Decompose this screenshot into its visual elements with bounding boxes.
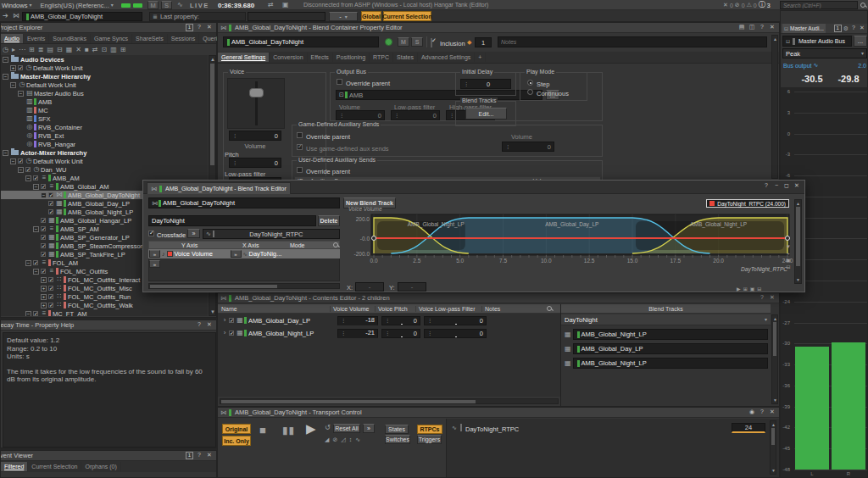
edit-blend-tracks-button[interactable]: Edit...	[465, 108, 507, 119]
graph-bottom-icons[interactable]: ▶ ⊞ ▣ ⊟	[737, 286, 761, 292]
include-checkbox[interactable]	[48, 303, 53, 308]
zoom-out-icon[interactable]: ⊟	[757, 286, 761, 292]
contents-hscrollbar[interactable]	[220, 398, 559, 404]
collapse-icon[interactable]: −	[3, 74, 8, 80]
explorer-toolbar-icon[interactable]: ▥	[110, 47, 117, 53]
help-icon[interactable]: ?	[762, 182, 771, 190]
column-voice-volume[interactable]: Voice Volume	[330, 306, 375, 312]
pause-button[interactable]: ▮▮	[282, 427, 295, 434]
tree-item[interactable]: ◎RVB_Hangar	[1, 140, 208, 148]
reset-all-button[interactable]: Reset All	[333, 424, 360, 433]
explorer-toolbar-icon[interactable]: ⊞	[29, 47, 35, 53]
inclusion-checkbox[interactable]	[431, 38, 432, 47]
x-axis-value[interactable]: DayToNig...	[249, 250, 282, 258]
tree-item[interactable]: −◷Default Work Unit	[1, 81, 208, 89]
delete-track-button[interactable]: Delete	[318, 215, 340, 226]
tab-positioning[interactable]: Positioning	[333, 53, 370, 62]
tab-sessions[interactable]: Sessions	[168, 34, 199, 43]
collapse-icon[interactable]: −	[18, 167, 24, 173]
property-editor-scrollbar[interactable]: ▲	[771, 35, 778, 179]
tab-switches[interactable]: Switches	[385, 435, 410, 444]
play-mode-step-radio[interactable]	[527, 80, 533, 86]
tab-states[interactable]: States	[385, 425, 409, 434]
transport-titlebar[interactable]: ⋈ AMB_Global_DayToNight - Transport Cont…	[218, 408, 779, 418]
include-checkbox[interactable]	[48, 209, 53, 214]
include-checkbox[interactable]	[25, 167, 31, 172]
follow-arrow-icon[interactable]: ➔	[3, 13, 8, 19]
blend-graph[interactable]: DayToNight_RTPC (24.000) AMB_Global_Nigh…	[343, 196, 796, 284]
tab--[interactable]: +	[475, 53, 486, 62]
include-checkbox[interactable]	[48, 294, 53, 299]
column-name[interactable]: Name	[221, 306, 330, 312]
voice-pitch-field[interactable]: ⋮0	[381, 329, 420, 338]
collapse-icon[interactable]: −	[25, 311, 31, 317]
include-checkbox[interactable]	[41, 269, 46, 274]
blend-track-empty-row[interactable]: »	[148, 259, 340, 269]
collapse-icon[interactable]: −	[10, 158, 16, 164]
platform-selector[interactable]: Windows	[2, 2, 27, 9]
master-solo-button[interactable]: S	[161, 1, 172, 9]
include-checkbox[interactable]	[48, 192, 53, 197]
errors-icon[interactable]: ✕	[723, 2, 728, 8]
bus-lpf-field[interactable]: ⋮ 0	[391, 110, 440, 120]
include-checkbox[interactable]	[33, 311, 38, 316]
reset-expand-button[interactable]: »	[363, 424, 375, 433]
tab-filtered[interactable]: Filtered	[1, 462, 28, 471]
transport-mini-icon[interactable]: ↕	[349, 436, 353, 443]
blend-editor-tab[interactable]: ⋈ AMB_Global_DayToNight - Blend Track Ed…	[147, 182, 291, 194]
include-checkbox[interactable]	[48, 277, 53, 282]
expand-icon[interactable]: +	[41, 286, 47, 292]
include-checkbox[interactable]	[33, 260, 38, 265]
voice-lpf-field[interactable]: ⋮0	[424, 316, 487, 325]
transport-mini-icon[interactable]: ⊘	[332, 436, 337, 443]
include-checkbox[interactable]	[33, 175, 38, 181]
crossfade-checkbox[interactable]	[148, 231, 154, 236]
close-icon[interactable]: ✕	[768, 409, 776, 416]
tab-events[interactable]: Events	[24, 34, 49, 43]
tab-states[interactable]: States	[393, 53, 418, 62]
tab-sharesets[interactable]: ShareSets	[132, 34, 168, 43]
stop-button[interactable]: ■	[259, 427, 266, 434]
initial-delay-field[interactable]: ⋮ 0	[460, 79, 511, 89]
transport-mini-icon[interactable]: ∿	[355, 436, 360, 443]
messages-icon[interactable]: ⓘ	[759, 2, 765, 8]
transport-mini-icon[interactable]: ◢	[325, 436, 329, 443]
expand-icon[interactable]: +	[10, 65, 16, 71]
explorer-toolbar-icon[interactable]: ◷	[3, 47, 8, 53]
include-checkbox[interactable]	[48, 286, 53, 291]
blend-track-item-field[interactable]: AMB_Global_Night_LP	[573, 329, 768, 340]
blend-track-item[interactable]: ▦AMB_Global_Night_LP	[565, 329, 768, 340]
global-button[interactable]: Global	[361, 11, 381, 21]
column-x-axis[interactable]: X Axis	[242, 242, 290, 248]
close-icon[interactable]: ✕	[205, 24, 214, 31]
tab-audio[interactable]: Audio	[1, 34, 24, 43]
tab-current-selection[interactable]: Current Selection	[28, 462, 81, 471]
column-voice-lpf[interactable]: Voice Low-pass Filter	[415, 306, 481, 312]
blend-track-row[interactable]: » ♪ Voice Volume » ∿ DayToNig...	[148, 249, 340, 258]
include-checkbox[interactable]	[18, 158, 23, 164]
zoom-in-icon[interactable]: ⊞	[743, 286, 748, 292]
voice-volume-field[interactable]: ⋮ 0	[229, 131, 281, 141]
include-checkbox[interactable]	[41, 184, 46, 189]
blend-object-name-field[interactable]: ⋈ AMB_Global_DayToNight	[148, 197, 340, 208]
tree-item[interactable]: −Actor-Mixer Hierarchy	[1, 148, 208, 157]
include-checkbox[interactable]	[41, 226, 46, 231]
help-icon[interactable]: ?	[195, 24, 203, 31]
include-checkbox[interactable]	[18, 65, 23, 70]
solo-button[interactable]: S	[411, 37, 423, 47]
help-icon[interactable]: ?	[758, 294, 766, 302]
blend-track-name-field[interactable]: DayToNight	[148, 215, 316, 226]
explorer-toolbar-icon[interactable]: ⇄	[92, 47, 98, 53]
help-icon[interactable]: ?	[195, 321, 203, 329]
tab-effects[interactable]: Effects	[308, 53, 333, 62]
contents-editor-titlebar[interactable]: ⋈ AMB_Global_DayToNight - Contents Edito…	[218, 293, 779, 303]
notes-field[interactable]	[498, 36, 767, 47]
close-icon[interactable]: ✕	[205, 452, 214, 459]
maximize-icon[interactable]: ◻	[782, 182, 791, 190]
tab-orphans[interactable]: Orphans (0)	[81, 462, 120, 471]
original-button[interactable]: Original	[222, 424, 251, 434]
explorer-toolbar-icon[interactable]: ▸	[12, 47, 15, 53]
bus-volume-field[interactable]: ⋮ 0	[336, 110, 385, 120]
tree-item[interactable]: ◎RVB_Container	[1, 123, 208, 131]
event-viewer-titlebar[interactable]: Event Viewer 1 ? ✕	[1, 451, 216, 461]
